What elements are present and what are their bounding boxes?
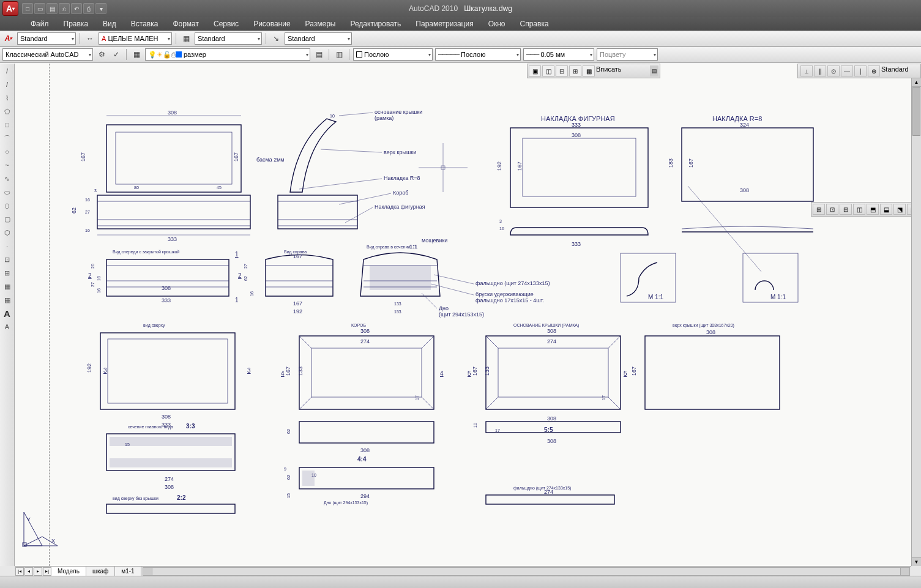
svg-text:167: 167 — [631, 367, 637, 376]
menu-format[interactable]: Формат — [166, 18, 205, 29]
con-horiz-icon[interactable]: — — [841, 65, 853, 76]
svg-text:1: 1 — [235, 251, 239, 258]
layer-states-icon[interactable]: ▤ — [313, 48, 325, 61]
svg-text:КОРОБ: КОРОБ — [351, 323, 366, 327]
svg-line-81 — [431, 284, 474, 295]
menu-help[interactable]: Справка — [514, 18, 555, 29]
menu-tools[interactable]: Сервис — [207, 18, 245, 29]
qat-redo-icon[interactable]: ↶ — [71, 3, 82, 14]
svg-text:333: 333 — [572, 241, 581, 247]
menu-file[interactable]: Файл — [24, 18, 55, 29]
horizontal-scrollbar[interactable] — [143, 567, 910, 576]
menu-parametric[interactable]: Параметризация — [409, 18, 479, 29]
hatch-icon[interactable]: ⊡ — [1, 253, 13, 266]
con-par-icon[interactable]: ∥ — [814, 65, 826, 76]
svg-rect-34 — [510, 128, 648, 207]
tab-first-icon[interactable]: |◂ — [15, 567, 24, 576]
table-icon[interactable]: ▦ — [1, 294, 13, 306]
pline-icon[interactable]: ⌇ — [1, 92, 13, 104]
table-style-combo[interactable]: Standard — [195, 32, 262, 45]
workspace-save-icon[interactable]: ✓ — [110, 48, 122, 61]
plotstyle-combo[interactable]: Поцвету — [597, 48, 658, 61]
text-icon[interactable]: A — [1, 321, 13, 333]
qat-dropdown-icon[interactable]: ▾ — [95, 3, 106, 14]
qat-new-icon[interactable]: □ — [22, 3, 33, 14]
spline-icon[interactable]: ∿ — [1, 173, 13, 185]
layer-props-icon[interactable]: ▦ — [130, 48, 143, 61]
dim-style-combo[interactable]: A ЦЕЛЫЕ МАЛЕН — [99, 32, 172, 45]
tab-next-icon[interactable]: ▸ — [34, 567, 42, 576]
con-vert-icon[interactable]: | — [854, 65, 867, 76]
layer-combo[interactable]: 💡☀🔓⎙ размер — [145, 48, 310, 61]
svg-text:5: 5 — [468, 370, 471, 377]
menu-edit[interactable]: Правка — [58, 18, 95, 29]
arc-icon[interactable]: ⌒ — [1, 132, 13, 144]
menu-dimension[interactable]: Размеры — [299, 18, 342, 29]
qat-print-icon[interactable]: ⎙ — [83, 3, 94, 14]
qat-save-icon[interactable]: ▤ — [47, 3, 58, 14]
point-icon[interactable]: · — [1, 240, 13, 252]
table-style-icon[interactable]: ▦ — [180, 32, 192, 45]
svg-text:153: 153 — [394, 310, 401, 314]
con-fix-icon[interactable]: ⊕ — [868, 65, 880, 76]
svg-text:183: 183 — [668, 158, 674, 168]
app-menu-button[interactable]: A▾ — [2, 1, 18, 16]
view-se-icon[interactable]: ⬓ — [880, 204, 892, 215]
lineweight-combo[interactable]: ─── 0.05 мм — [523, 48, 594, 61]
cline-icon[interactable]: / — [1, 78, 13, 91]
ellipse-icon[interactable]: ⬭ — [1, 186, 13, 198]
mleader-style-combo[interactable]: Standard — [285, 32, 352, 45]
insert-icon[interactable]: ▢ — [1, 213, 13, 225]
view-ne-icon[interactable]: ⬔ — [893, 204, 906, 215]
polygon-icon[interactable]: ⬠ — [1, 105, 13, 117]
view-top-icon[interactable]: ⊡ — [826, 204, 838, 215]
menu-draw[interactable]: Рисование — [247, 18, 296, 29]
con-perp-icon[interactable]: ⟂ — [800, 65, 813, 76]
tab-layout2[interactable]: м1-1 — [115, 567, 141, 576]
qat-open-icon[interactable]: ▭ — [34, 3, 45, 14]
scroll-thumb[interactable] — [912, 87, 920, 136]
menu-insert[interactable]: Вставка — [125, 18, 165, 29]
dim-style-icon[interactable]: ↔ — [84, 32, 96, 45]
text-style-icon[interactable]: A▾ — [2, 32, 15, 45]
svg-text:вид сверху без крышки: вид сверху без крышки — [113, 496, 158, 501]
tab-last-icon[interactable]: ▸| — [43, 567, 51, 576]
scroll-up-icon[interactable]: ▲ — [912, 78, 921, 87]
con-combo[interactable]: Standard — [881, 65, 918, 76]
drawing-area[interactable]: ▣ ◫ ⊟ ⊞ ▦ Вписать ▤ 308 333 167 62 80 45… — [15, 64, 911, 566]
mleader-style-icon[interactable]: ↘ — [270, 32, 282, 45]
linetype-combo[interactable]: ───── Послою — [435, 48, 521, 61]
view-side-icon[interactable]: ◫ — [853, 204, 865, 215]
scroll-down-icon[interactable]: ▼ — [912, 557, 921, 566]
tab-layout1[interactable]: шкаф — [86, 567, 115, 576]
vertical-scrollbar[interactable]: ▲ ▼ — [911, 78, 921, 566]
region-icon[interactable]: ▦ — [1, 280, 13, 292]
con-tan-icon[interactable]: ⊙ — [827, 65, 840, 76]
qat-undo-icon[interactable]: ⎌ — [59, 3, 70, 14]
circle-icon[interactable]: ○ — [1, 146, 13, 158]
menu-modify[interactable]: Редактировать — [344, 18, 407, 29]
tab-model[interactable]: Модель — [51, 567, 86, 576]
layer-iso-icon[interactable]: ▥ — [333, 48, 345, 61]
rect-icon[interactable]: □ — [1, 119, 13, 131]
gradient-icon[interactable]: ⊞ — [1, 267, 13, 279]
tab-prev-icon[interactable]: ◂ — [24, 567, 33, 576]
line-icon[interactable]: / — [1, 65, 13, 77]
svg-line-79 — [434, 275, 474, 284]
svg-text:15: 15 — [286, 493, 291, 498]
view-iso-icon[interactable]: ⊞ — [813, 204, 825, 215]
workspace-combo[interactable]: Классический AutoCAD — [2, 48, 93, 61]
menu-view[interactable]: Вид — [97, 18, 122, 29]
view-sw-icon[interactable]: ⬒ — [867, 204, 879, 215]
color-combo[interactable]: Послою — [353, 48, 433, 61]
svg-text:Короб: Короб — [393, 190, 408, 196]
revcloud-icon[interactable]: ~ — [1, 159, 13, 171]
ellarc-icon[interactable]: ⬯ — [1, 199, 13, 212]
text-style-combo[interactable]: Standard — [17, 32, 76, 45]
block-make-icon[interactable]: ⬡ — [1, 226, 13, 239]
menu-window[interactable]: Окно — [482, 18, 512, 29]
workspace-gear-icon[interactable]: ⚙ — [95, 48, 108, 61]
view-front-icon[interactable]: ⊟ — [840, 204, 852, 215]
mtext-icon[interactable]: A — [1, 307, 13, 319]
svg-text:192: 192 — [293, 308, 302, 314]
